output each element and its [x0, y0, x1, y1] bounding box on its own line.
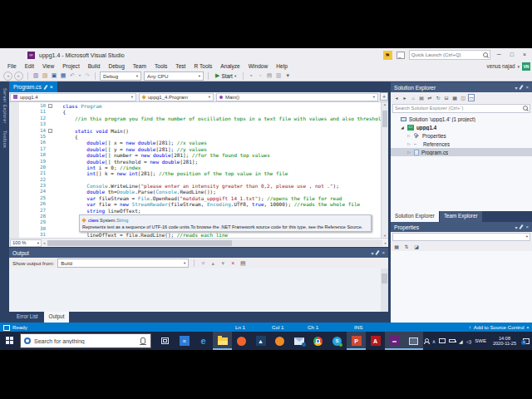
pin-icon[interactable]	[376, 250, 380, 255]
menu-tools[interactable]: Tools	[150, 63, 171, 69]
notifications-flag-icon[interactable]: ⚑	[383, 51, 392, 60]
hidden-icons-chevron[interactable]: ∧	[432, 338, 436, 344]
clock[interactable]: 14:08 2020-11-25	[490, 336, 520, 346]
menu-test[interactable]: Test	[171, 63, 190, 69]
start-button[interactable]	[0, 332, 20, 350]
property-pages-icon[interactable]: ◪	[413, 244, 420, 249]
tab-team-explorer[interactable]: Team Explorer	[440, 211, 482, 222]
scroll-up-icon[interactable]: ▲	[382, 102, 388, 106]
task-view-button[interactable]	[155, 332, 175, 350]
open-file-icon[interactable]: ▨	[42, 71, 48, 80]
expander-icon[interactable]: ▷	[406, 150, 411, 155]
microphone-icon[interactable]	[140, 337, 145, 344]
save-all-icon[interactable]: ▦	[60, 71, 66, 80]
find-in-files-icon[interactable]: ▥	[275, 71, 282, 80]
output-scrollbar[interactable]	[381, 268, 388, 312]
close-icon[interactable]: ×	[382, 250, 385, 255]
scroll-left-icon[interactable]: ◂	[42, 241, 47, 245]
menu-help[interactable]: Help	[272, 63, 292, 69]
edge-browser[interactable]: e	[194, 332, 213, 350]
maximize-button[interactable]: □	[508, 49, 516, 61]
visual-studio-app[interactable]: ∞	[385, 332, 404, 350]
se-home-icon[interactable]: ⌂	[410, 96, 416, 101]
se-collapse-all-icon[interactable]: ⊟	[443, 95, 450, 101]
skype-app[interactable]: S	[328, 332, 347, 350]
tab-output[interactable]: Output	[44, 312, 70, 323]
properties-title-bar[interactable]: Properties ▾ ×	[391, 222, 532, 232]
left-tab-server-explorer[interactable]: Server Explorer	[2, 88, 7, 124]
minimize-button[interactable]: ─	[495, 49, 504, 61]
se-refresh-icon[interactable]: ↻	[435, 95, 441, 101]
expander-icon[interactable]: ◢	[400, 126, 405, 130]
calculator-app[interactable]: ≡	[175, 332, 194, 350]
firefox-browser[interactable]	[232, 332, 251, 350]
pin-icon[interactable]	[43, 84, 47, 89]
output-content[interactable]	[9, 268, 388, 312]
code-editor[interactable]: 10- class Program11 {12 //in this progra…	[9, 102, 388, 238]
configuration-dropdown[interactable]: Debug▾	[100, 71, 141, 81]
media-app[interactable]	[270, 332, 289, 350]
se-sync-with-active-icon[interactable]: ⇄	[426, 95, 433, 101]
action-center-icon[interactable]: 4	[523, 338, 530, 344]
tab-close-icon[interactable]: ×	[50, 81, 53, 92]
network-icon[interactable]: ◢	[459, 338, 463, 344]
photos-app[interactable]: ▲	[251, 332, 270, 350]
se-back-icon[interactable]: ◂	[393, 95, 400, 101]
language-indicator[interactable]: SWE	[475, 338, 486, 343]
volume-icon[interactable]: ◁)	[466, 338, 472, 344]
file-explorer[interactable]	[213, 332, 232, 350]
project-dropdown[interactable]: uppg1.4▾	[10, 93, 136, 101]
pin-icon[interactable]	[520, 224, 524, 229]
menu-analyze[interactable]: Analyze	[216, 63, 244, 69]
zoom-dropdown[interactable]: 100 %▾	[10, 239, 42, 247]
categorized-icon[interactable]: ▦	[393, 244, 400, 249]
member-dropdown[interactable]: Main()▾	[216, 93, 378, 101]
avatar[interactable]: VN	[522, 62, 530, 71]
menu-team[interactable]: Team	[129, 63, 150, 69]
quick-launch-input[interactable]: Quick Launch (Ctrl+Q)	[409, 50, 490, 60]
output-source-dropdown[interactable]: Build▾	[57, 259, 189, 268]
send-feedback-icon[interactable]	[397, 52, 405, 59]
output-messages-icon[interactable]: ≡	[200, 259, 206, 268]
scrollbar-thumb[interactable]	[382, 111, 387, 127]
undo-icon-dropdown[interactable]: ▾	[78, 71, 81, 80]
type-dropdown[interactable]: uppg1_4.Program▾	[139, 93, 214, 101]
expander-icon[interactable]: ▷	[406, 134, 411, 138]
mail-app[interactable]	[289, 332, 308, 350]
people-icon[interactable]	[424, 338, 429, 344]
menu-view[interactable]: View	[38, 63, 58, 69]
undo-icon[interactable]: ↶	[69, 71, 76, 80]
se-properties-icon[interactable]: ◫	[460, 95, 466, 101]
navigate-forward-icon[interactable]: ▸	[14, 71, 23, 81]
close-icon[interactable]: ×	[525, 85, 529, 90]
snippet-icon[interactable]: ▫	[257, 71, 264, 80]
start-debugging-button[interactable]: ▶ Start ▾	[213, 72, 239, 79]
acrobat-app[interactable]: A	[366, 332, 385, 350]
clear-all-icon[interactable]: ×	[229, 259, 236, 268]
application-insights-icon[interactable]: ▪	[248, 71, 254, 80]
redo-icon[interactable]: ↷	[84, 71, 91, 80]
horizontal-scrollbar[interactable]	[47, 240, 382, 246]
alphabetical-icon[interactable]: ⇅	[403, 244, 410, 249]
powerpoint-app[interactable]: P	[347, 332, 366, 350]
tree-item-program-cs[interactable]: ▷C#Program.cs	[391, 148, 532, 156]
se-switch-views-icon[interactable]: ▤	[418, 95, 425, 101]
word-wrap-icon[interactable]: ▤	[239, 259, 246, 268]
next-message-icon[interactable]: ▾	[219, 259, 226, 268]
menu-edit[interactable]: Edit	[21, 63, 38, 69]
window-position-icon[interactable]: ▾	[371, 250, 373, 256]
tree-item-properties[interactable]: ▷Properties	[391, 131, 532, 140]
tree-item-solution-uppg1-4-1-project[interactable]: Solution 'uppg1.4' (1 project)	[391, 115, 532, 123]
navigate-backward-icon[interactable]: ◂	[3, 71, 12, 81]
window-position-icon[interactable]: ▾	[515, 224, 517, 230]
window-position-icon[interactable]: ▾	[515, 85, 517, 91]
tab-solution-explorer[interactable]: Solution Explorer	[391, 211, 439, 222]
scroll-right-icon[interactable]: ▸	[383, 241, 388, 245]
previous-message-icon[interactable]: ▴	[209, 259, 216, 268]
user-name[interactable]: venus najad	[487, 63, 515, 69]
se-show-all-files-icon[interactable]: ▦	[451, 95, 458, 101]
se-preview-selected-icon[interactable]: ▭	[468, 94, 475, 101]
display-icon[interactable]	[439, 338, 446, 343]
solution-explorer-title-bar[interactable]: Solution Explorer ▾ ×	[391, 82, 532, 92]
search-input[interactable]: Search Solution Explorer (Ctrl+`)	[392, 104, 530, 113]
